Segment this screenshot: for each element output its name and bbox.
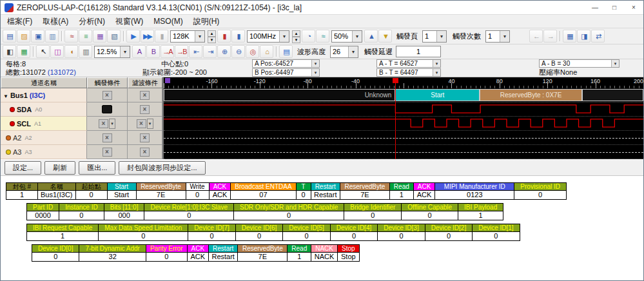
goto-trigger-icon[interactable]: ◎ xyxy=(246,45,259,58)
a-pos-select[interactable]: A Pos:-64527 xyxy=(252,59,320,68)
sample-rate-combo[interactable]: 100MHz xyxy=(247,30,289,43)
trigger-condition-header[interactable]: 觸發條件 xyxy=(87,77,128,88)
place-b-bar-icon[interactable]: B xyxy=(146,45,160,58)
packet-cell[interactable]: IBI Request Capable 1 xyxy=(26,224,99,241)
spinner-down-icon[interactable] xyxy=(292,37,300,43)
packet-cell[interactable]: Device ID[2] 0 xyxy=(425,224,473,241)
chevron-down-icon[interactable] xyxy=(195,31,204,42)
disabled-checkbox-icon[interactable] xyxy=(102,133,112,142)
menu-item-help[interactable]: 說明(H) xyxy=(188,15,225,28)
bus-decode-icon[interactable]: ▦ xyxy=(93,30,106,43)
disabled-checkbox-icon[interactable] xyxy=(140,91,150,100)
trigger-line[interactable] xyxy=(395,83,396,159)
trigger-condition-cell[interactable] xyxy=(87,88,128,102)
packet-cell[interactable]: Part ID 0000 xyxy=(26,203,59,220)
bus-segment-reservedbyte[interactable]: ReservedByte : 0X7E xyxy=(480,89,581,101)
menu-item-analysis[interactable]: 分析(N) xyxy=(73,15,110,28)
next-trigger-page-icon[interactable]: → xyxy=(543,30,557,43)
disabled-checkbox-icon[interactable] xyxy=(140,133,150,142)
tile-windows-icon[interactable]: ▦ xyxy=(563,30,576,43)
chevron-down-icon[interactable] xyxy=(147,119,153,129)
display-mode-icon[interactable]: ▥ xyxy=(79,45,92,58)
bus-segment-start[interactable]: Start xyxy=(395,89,480,101)
packet-cell[interactable]: Write 0 xyxy=(186,182,210,200)
refresh-button[interactable]: 刷新 xyxy=(44,161,75,175)
packet-cell[interactable]: Device ID[1] 0 xyxy=(472,224,520,241)
packet-cell[interactable]: Max Data Speed Limitation 0 xyxy=(98,224,188,241)
filter-condition-cell[interactable] xyxy=(128,131,162,145)
packet-cell[interactable]: 封包 # 1 xyxy=(6,182,38,200)
memory-total-icon[interactable]: ▮ xyxy=(231,30,245,43)
export-waveform-icon[interactable]: ▥ xyxy=(45,30,59,43)
chevron-down-icon[interactable] xyxy=(311,60,319,67)
zoom-tool-icon[interactable]: ◫ xyxy=(50,45,64,58)
packet-cell[interactable]: Broadcast ENTDAA 07 xyxy=(230,182,296,200)
channel-row-scl[interactable]: SCL A1 xyxy=(1,117,162,131)
channel-name-cell[interactable]: Bus1 (I3C) xyxy=(1,88,87,102)
chevron-down-icon[interactable] xyxy=(433,69,440,76)
a-minus-t-select[interactable]: A - T = 64527 xyxy=(376,59,441,68)
packet-cell[interactable]: Start Start xyxy=(107,182,137,200)
trigger-page-combo[interactable]: 1 xyxy=(422,30,447,43)
filter-condition-cell[interactable] xyxy=(128,117,162,131)
menu-item-window[interactable]: 視窗(W) xyxy=(110,15,148,28)
sample-rate-spinner[interactable] xyxy=(292,30,300,43)
b-bar-marker[interactable] xyxy=(165,78,170,83)
bus1-waveform-row[interactable]: Unknown Start ReservedByte : 0X7E xyxy=(164,88,643,102)
next-transition-icon[interactable]: ⇥ xyxy=(203,45,217,58)
a3-waveform-row[interactable] xyxy=(164,145,643,159)
bus-segment-unknown[interactable]: Unknown xyxy=(164,89,395,101)
trigger-condition-cell[interactable] xyxy=(87,102,128,117)
packet-list-icon[interactable]: ≡ xyxy=(79,30,92,43)
chevron-down-icon[interactable] xyxy=(109,119,115,129)
channel-row-a2[interactable]: A2 A2 xyxy=(1,131,162,145)
packet-cell[interactable]: Restart Restart xyxy=(208,244,238,262)
menu-item-file[interactable]: 檔案(F) xyxy=(2,15,37,28)
packet-cell[interactable]: Device ID[5] 0 xyxy=(282,224,330,241)
spinner-down-icon[interactable] xyxy=(208,37,216,43)
open-file-icon[interactable]: ▨ xyxy=(17,30,30,43)
disabled-checkbox-icon[interactable] xyxy=(140,148,150,157)
chevron-down-icon[interactable] xyxy=(311,69,319,76)
sda-waveform-row[interactable] xyxy=(164,102,643,117)
spinner-up-icon[interactable] xyxy=(208,30,216,37)
packet-cell[interactable]: Device ID[0] 0 xyxy=(32,244,79,262)
trigger-condition-cell[interactable] xyxy=(87,145,128,159)
channel-name-cell[interactable]: A2 A2 xyxy=(1,131,87,145)
toolbar-separator[interactable] xyxy=(274,45,278,58)
channel-name-cell[interactable]: A3 A3 xyxy=(1,145,87,159)
channel-name-cell[interactable]: SCL A1 xyxy=(1,117,87,131)
signal-wave-icon[interactable]: ≈ xyxy=(316,30,329,43)
packet-cell[interactable]: Device ID[6] 0 xyxy=(235,224,283,241)
hand-tool-icon[interactable]: ◖ xyxy=(64,45,78,58)
noise-filter-icon[interactable]: ▧ xyxy=(107,30,121,43)
packet-cell[interactable]: ACK ACK xyxy=(187,244,210,262)
memory-depth-spinner[interactable] xyxy=(208,30,216,43)
toolbar-separator[interactable] xyxy=(121,30,126,43)
grid-icon[interactable]: ▦ xyxy=(17,45,30,58)
chevron-down-icon[interactable] xyxy=(348,46,358,57)
chevron-down-icon[interactable] xyxy=(120,46,130,57)
packet-cell[interactable]: ACK ACK xyxy=(209,182,231,200)
a-minus-b-select[interactable]: A - B = 30 xyxy=(539,59,620,68)
trigger-count-combo[interactable]: 1 xyxy=(485,30,510,43)
packet-cell[interactable]: Read 1 xyxy=(287,244,311,262)
packet-cell[interactable]: 7-bit Dynamic Addr 32 xyxy=(79,244,146,262)
bus-segment-idle[interactable] xyxy=(582,89,643,101)
home-icon[interactable]: ⌂ xyxy=(260,45,273,58)
channel-name-cell[interactable]: SDA A0 xyxy=(1,102,87,117)
chevron-down-icon[interactable] xyxy=(436,31,446,42)
timeline-ruler[interactable]: -160-120-80-404080120160200 xyxy=(164,77,643,88)
filter-condition-cell[interactable] xyxy=(128,88,162,102)
wave-height-combo[interactable]: 26 xyxy=(330,46,358,58)
packet-list[interactable]: 封包 # 1 名稱 Bus1(I3C) 起始點 0 Start Start Re… xyxy=(1,176,643,280)
chevron-down-icon[interactable] xyxy=(352,31,362,42)
packet-cell[interactable]: Bits [11:0] 000 xyxy=(104,203,145,220)
run-repeat-icon[interactable]: ▶▶ xyxy=(141,30,154,43)
disabled-checkbox-icon[interactable] xyxy=(102,91,112,100)
packet-cell[interactable]: ReservedByte 7E xyxy=(237,244,288,262)
save-icon[interactable]: ▣ xyxy=(31,30,44,43)
zoom-in-icon[interactable]: ⊕ xyxy=(217,45,231,58)
minimize-button[interactable]: — xyxy=(585,1,605,14)
new-file-icon[interactable]: ▤ xyxy=(3,30,16,43)
